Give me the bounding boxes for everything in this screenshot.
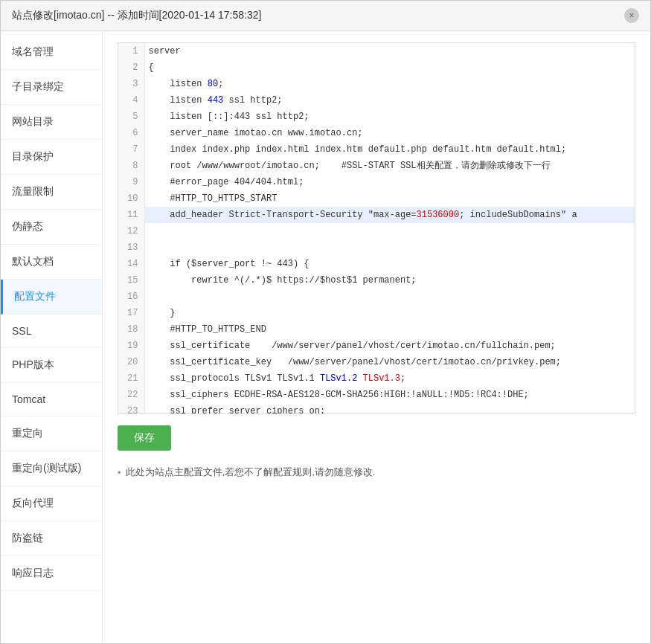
code-row-2: 2{ xyxy=(118,59,635,76)
code-row-19: 19 ssl_certificate /www/server/panel/vho… xyxy=(118,338,635,354)
code-content: } xyxy=(144,305,635,321)
line-number: 7 xyxy=(118,141,144,158)
line-number: 22 xyxy=(118,387,144,403)
code-content xyxy=(144,223,635,239)
code-content: #error_page 404/404.html; xyxy=(144,174,635,190)
tip-text: 此处为站点主配置文件,若您不了解配置规则,请勿随意修改. xyxy=(126,466,376,479)
code-row-14: 14 if ($server_port !~ 443) { xyxy=(118,256,635,272)
code-content: root /www/wwwroot/imotao.cn; #SSL-START … xyxy=(144,158,635,174)
code-row-21: 21 ssl_protocols TLSv1 TLSv1.1 TLSv1.2 T… xyxy=(118,370,635,387)
code-row-3: 3 listen 80; xyxy=(118,76,635,92)
sidebar-item-网站目录[interactable]: 网站目录 xyxy=(1,105,102,140)
save-button[interactable]: 保存 xyxy=(118,425,171,451)
code-row-22: 22 ssl_ciphers ECDHE-RSA-AES128-GCM-SHA2… xyxy=(118,387,635,403)
sidebar-item-域名管理[interactable]: 域名管理 xyxy=(1,35,102,70)
code-content: ssl_protocols TLSv1 TLSv1.1 TLSv1.2 TLSv… xyxy=(144,370,635,387)
main-layout: 域名管理子目录绑定网站目录目录保护流量限制伪静态默认文档配置文件SSLPHP版本… xyxy=(1,31,650,643)
code-row-17: 17 } xyxy=(118,305,635,321)
tip-section: • 此处为站点主配置文件,若您不了解配置规则,请勿随意修改. xyxy=(118,466,635,479)
code-row-9: 9 #error_page 404/404.html; xyxy=(118,174,635,190)
code-row-11: 11 add_header Strict-Transport-Security … xyxy=(118,207,635,223)
window-title: 站点修改[imotao.cn] -- 添加时间[2020-01-14 17:58… xyxy=(12,9,261,22)
code-row-15: 15 rewrite ^(/.*)$ https://$host$1 perma… xyxy=(118,272,635,289)
code-row-8: 8 root /www/wwwroot/imotao.cn; #SSL-STAR… xyxy=(118,158,635,174)
code-content: rewrite ^(/.*)$ https://$host$1 permanen… xyxy=(144,272,635,289)
line-number: 14 xyxy=(118,256,144,272)
sidebar-item-流量限制[interactable]: 流量限制 xyxy=(1,175,102,210)
sidebar-item-反向代理[interactable]: 反向代理 xyxy=(1,486,102,521)
code-content: ssl_ciphers ECDHE-RSA-AES128-GCM-SHA256:… xyxy=(144,387,635,403)
code-row-20: 20 ssl_certificate_key /www/server/panel… xyxy=(118,354,635,370)
code-content: { xyxy=(144,59,635,76)
code-content: listen 443 ssl http2; xyxy=(144,92,635,109)
code-row-7: 7 index index.php index.html index.htm d… xyxy=(118,141,635,158)
line-number: 20 xyxy=(118,354,144,370)
code-editor[interactable]: 1server2{3 listen 80;4 listen 443 ssl ht… xyxy=(118,42,635,414)
line-number: 4 xyxy=(118,92,144,109)
code-content xyxy=(144,239,635,256)
line-number: 23 xyxy=(118,403,144,414)
code-content xyxy=(144,289,635,305)
sidebar-item-子目录绑定[interactable]: 子目录绑定 xyxy=(1,70,102,105)
close-button[interactable]: × xyxy=(624,8,639,23)
sidebar: 域名管理子目录绑定网站目录目录保护流量限制伪静态默认文档配置文件SSLPHP版本… xyxy=(1,31,103,643)
line-number: 17 xyxy=(118,305,144,321)
line-number: 2 xyxy=(118,59,144,76)
code-content: add_header Strict-Transport-Security "ma… xyxy=(144,207,635,223)
code-row-10: 10 #HTTP_TO_HTTPS_START xyxy=(118,190,635,207)
code-content: ssl_prefer_server_ciphers on; xyxy=(144,403,635,414)
line-number: 21 xyxy=(118,370,144,387)
code-content: index index.php index.html index.htm def… xyxy=(144,141,635,158)
code-content: #HTTP_TO_HTTPS_END xyxy=(144,321,635,338)
window: 站点修改[imotao.cn] -- 添加时间[2020-01-14 17:58… xyxy=(0,0,651,644)
line-number: 8 xyxy=(118,158,144,174)
line-number: 15 xyxy=(118,272,144,289)
sidebar-item-配置文件[interactable]: 配置文件 xyxy=(1,280,102,315)
code-content: listen [::]:443 ssl http2; xyxy=(144,109,635,125)
line-number: 19 xyxy=(118,338,144,354)
code-row-12: 12 xyxy=(118,223,635,239)
sidebar-item-目录保护[interactable]: 目录保护 xyxy=(1,140,102,175)
line-number: 9 xyxy=(118,174,144,190)
sidebar-item-防盗链[interactable]: 防盗链 xyxy=(1,521,102,556)
sidebar-item-重定向[interactable]: 重定向 xyxy=(1,416,102,451)
code-row-1: 1server xyxy=(118,43,635,59)
line-number: 5 xyxy=(118,109,144,125)
line-number: 18 xyxy=(118,321,144,338)
code-row-13: 13 xyxy=(118,239,635,256)
sidebar-item-SSL[interactable]: SSL xyxy=(1,315,102,348)
line-number: 12 xyxy=(118,223,144,239)
line-number: 6 xyxy=(118,125,144,141)
code-content: listen 80; xyxy=(144,76,635,92)
code-row-4: 4 listen 443 ssl http2; xyxy=(118,92,635,109)
code-content: server xyxy=(144,43,635,59)
code-content: ssl_certificate_key /www/server/panel/vh… xyxy=(144,354,635,370)
line-number: 11 xyxy=(118,207,144,223)
line-number: 10 xyxy=(118,190,144,207)
content-area: 1server2{3 listen 80;4 listen 443 ssl ht… xyxy=(103,31,650,643)
sidebar-item-默认文档[interactable]: 默认文档 xyxy=(1,245,102,280)
code-row-5: 5 listen [::]:443 ssl http2; xyxy=(118,109,635,125)
sidebar-item-伪静态[interactable]: 伪静态 xyxy=(1,210,102,245)
code-table: 1server2{3 listen 80;4 listen 443 ssl ht… xyxy=(118,43,635,414)
code-content: #HTTP_TO_HTTPS_START xyxy=(144,190,635,207)
title-bar: 站点修改[imotao.cn] -- 添加时间[2020-01-14 17:58… xyxy=(1,1,650,31)
code-row-16: 16 xyxy=(118,289,635,305)
code-content: server_name imotao.cn www.imotao.cn; xyxy=(144,125,635,141)
sidebar-item-Tomcat[interactable]: Tomcat xyxy=(1,383,102,416)
line-number: 1 xyxy=(118,43,144,59)
code-row-23: 23 ssl_prefer_server_ciphers on; xyxy=(118,403,635,414)
sidebar-item-重定向(测试版)[interactable]: 重定向(测试版) xyxy=(1,451,102,486)
line-number: 3 xyxy=(118,76,144,92)
line-number: 16 xyxy=(118,289,144,305)
sidebar-item-PHP版本[interactable]: PHP版本 xyxy=(1,348,102,383)
line-number: 13 xyxy=(118,239,144,256)
code-content: ssl_certificate /www/server/panel/vhost/… xyxy=(144,338,635,354)
code-content: if ($server_port !~ 443) { xyxy=(144,256,635,272)
sidebar-item-响应日志[interactable]: 响应日志 xyxy=(1,556,102,591)
code-row-6: 6 server_name imotao.cn www.imotao.cn; xyxy=(118,125,635,141)
save-section: 保存 xyxy=(118,414,635,462)
bullet-icon: • xyxy=(118,467,121,478)
code-row-18: 18 #HTTP_TO_HTTPS_END xyxy=(118,321,635,338)
